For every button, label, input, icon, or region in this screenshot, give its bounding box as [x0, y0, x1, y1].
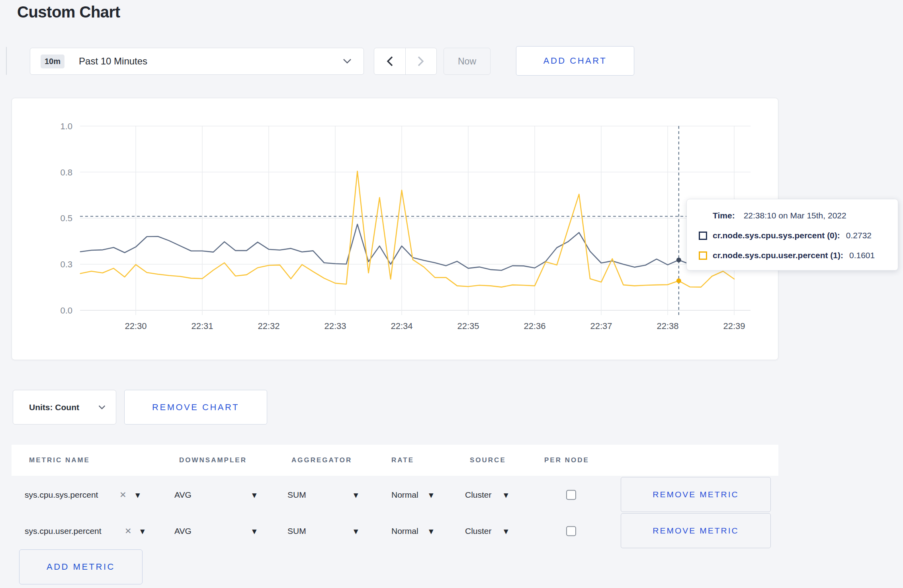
per-node-checkbox[interactable] — [566, 526, 576, 536]
remove-metric-button[interactable]: REMOVE METRIC — [621, 513, 771, 548]
tooltip-time-label: Time: — [713, 211, 735, 220]
downsampler-caret[interactable]: ▾ — [252, 490, 257, 500]
units-select[interactable]: Units: Count — [13, 390, 116, 424]
svg-text:0.0: 0.0 — [60, 306, 72, 315]
svg-text:0.3: 0.3 — [60, 259, 72, 269]
aggregator-caret[interactable]: ▾ — [354, 526, 358, 537]
svg-text:0.8: 0.8 — [60, 167, 72, 177]
aggregator-select[interactable]: SUM — [287, 490, 306, 500]
prev-time-button[interactable] — [374, 48, 406, 74]
aggregator-caret[interactable]: ▾ — [354, 490, 358, 500]
metric-name-value: sys.cpu.user.percent — [25, 526, 102, 536]
metric-name-value: sys.cpu.sys.percent — [25, 490, 98, 500]
col-header-source: SOURCE — [470, 456, 506, 464]
remove-chart-button[interactable]: REMOVE CHART — [124, 390, 267, 424]
remove-metric-button[interactable]: REMOVE METRIC — [621, 477, 771, 512]
col-header-downsampler: DOWNSAMPLER — [179, 456, 247, 464]
timeseries-chart[interactable]: 0.00.30.50.81.022:3022:3122:3222:3322:34… — [12, 98, 778, 360]
custom-chart-page: Custom Chart 10m Past 10 Minutes Now ADD… — [0, 0, 903, 588]
toolbar-divider — [6, 47, 7, 75]
svg-text:22:39: 22:39 — [723, 321, 745, 331]
col-header-aggregator: AGGREGATOR — [291, 456, 352, 464]
chart-panel: 0.00.30.50.81.022:3022:3122:3222:3322:34… — [12, 98, 778, 360]
clear-metric-icon[interactable]: ✕ — [119, 490, 127, 500]
chevron-down-icon — [343, 58, 352, 64]
svg-text:22:36: 22:36 — [524, 321, 545, 331]
svg-text:22:35: 22:35 — [457, 321, 479, 331]
svg-text:22:32: 22:32 — [258, 321, 280, 331]
clear-metric-icon[interactable]: ✕ — [125, 526, 132, 536]
page-title: Custom Chart — [17, 3, 120, 21]
metric-dropdown-caret[interactable]: ▾ — [135, 490, 140, 500]
time-nav-group — [374, 48, 437, 75]
rate-caret[interactable]: ▾ — [429, 526, 434, 537]
metrics-table-header: METRIC NAME DOWNSAMPLER AGGREGATOR RATE … — [12, 445, 778, 476]
svg-text:0.5: 0.5 — [60, 213, 72, 223]
svg-text:22:38: 22:38 — [657, 321, 678, 331]
svg-text:22:30: 22:30 — [125, 321, 147, 331]
time-range-label: Past 10 Minutes — [79, 56, 147, 67]
units-label: Units: Count — [29, 403, 79, 412]
col-header-per-node: PER NODE — [544, 456, 589, 464]
add-metric-button[interactable]: ADD METRIC — [19, 549, 143, 584]
downsampler-caret[interactable]: ▾ — [252, 526, 257, 537]
col-header-metric-name: METRIC NAME — [29, 456, 90, 464]
metric-dropdown-caret[interactable]: ▾ — [140, 526, 145, 537]
tooltip-series-name: cr.node.sys.cpu.user.percent (1): — [713, 251, 843, 260]
svg-text:1.0: 1.0 — [60, 121, 72, 131]
rate-select[interactable]: Normal — [391, 526, 418, 536]
col-header-rate: RATE — [391, 456, 414, 464]
add-chart-button[interactable]: ADD CHART — [516, 46, 634, 76]
per-node-checkbox[interactable] — [566, 490, 576, 500]
svg-text:22:31: 22:31 — [191, 321, 213, 331]
source-caret[interactable]: ▾ — [504, 490, 508, 500]
next-time-button[interactable] — [406, 48, 437, 74]
tooltip-time-value: 22:38:10 on Mar 15th, 2022 — [744, 211, 846, 220]
aggregator-select[interactable]: SUM — [287, 526, 306, 536]
time-range-badge: 10m — [41, 55, 64, 68]
chevron-right-icon — [418, 56, 424, 66]
tooltip-series-name: cr.node.sys.cpu.sys.percent (0): — [713, 231, 840, 240]
tooltip-series-value: 0.1601 — [849, 251, 875, 260]
chevron-down-icon — [98, 405, 106, 410]
source-select[interactable]: Cluster — [465, 490, 492, 500]
downsampler-select[interactable]: AVG — [174, 526, 192, 536]
rate-caret[interactable]: ▾ — [429, 490, 434, 500]
series-swatch-sys — [699, 232, 707, 240]
rate-select[interactable]: Normal — [391, 490, 418, 500]
svg-text:22:37: 22:37 — [590, 321, 612, 331]
time-range-select[interactable]: 10m Past 10 Minutes — [30, 48, 364, 75]
svg-text:22:34: 22:34 — [391, 321, 412, 331]
source-caret[interactable]: ▾ — [504, 526, 508, 537]
series-swatch-user — [699, 251, 707, 260]
chevron-left-icon — [387, 56, 393, 66]
svg-text:22:33: 22:33 — [324, 321, 346, 331]
now-button[interactable]: Now — [444, 48, 491, 75]
downsampler-select[interactable]: AVG — [174, 490, 192, 500]
source-select[interactable]: Cluster — [465, 526, 492, 536]
chart-tooltip: Time: 22:38:10 on Mar 15th, 2022 cr.node… — [686, 199, 898, 271]
tooltip-series-value: 0.2732 — [846, 231, 872, 240]
